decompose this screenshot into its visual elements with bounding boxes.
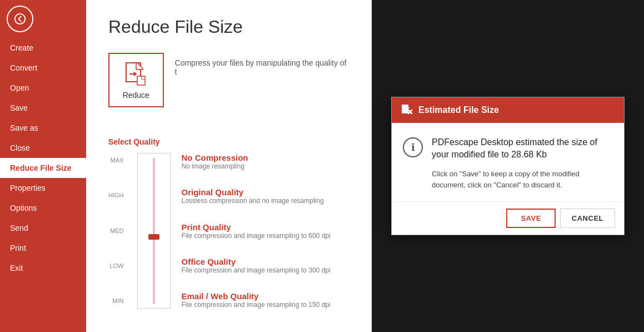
select-quality-label: Select Quality	[108, 137, 350, 146]
sidebar-item-close[interactable]: Close	[0, 138, 86, 158]
svg-point-0	[15, 14, 25, 24]
file-size-icon	[401, 104, 413, 116]
modal-text-area: PDFescape Desktop estimated the size of …	[432, 136, 613, 191]
modal-header-title: Estimated File Size	[418, 105, 499, 115]
sidebar-item-convert[interactable]: Convert	[0, 58, 86, 78]
slider-label-min: MIN	[108, 298, 124, 304]
sidebar: Create Convert Open Save Save as Close R…	[0, 0, 86, 332]
quality-description-area: Reduce Compress your files by manipulati…	[108, 53, 350, 121]
quality-card-description: Compress your files by manipulating the …	[175, 53, 350, 76]
quality-entry-no-compression[interactable]: No Compression No image resampling	[182, 153, 331, 170]
quality-entry-desc-3: File compression and image resampling to…	[182, 266, 331, 274]
quality-entry-title-4: Email / Web Quality	[182, 291, 331, 301]
sidebar-item-reduce-file-size[interactable]: Reduce File Size	[0, 158, 86, 178]
quality-slider[interactable]	[137, 153, 171, 309]
quality-entry-print[interactable]: Print Quality File compression and image…	[182, 222, 331, 240]
slider-label-high: HIGH	[108, 192, 124, 199]
quality-entry-title-3: Office Quality	[182, 257, 331, 266]
quality-card[interactable]: Reduce	[108, 53, 164, 107]
quality-entry-desc-2: File compression and image resampling to…	[182, 232, 331, 240]
estimated-file-size-modal: Estimated File Size ℹ PDFescape Desktop …	[391, 97, 625, 236]
slider-label-low: LOW	[108, 263, 124, 269]
info-icon: ℹ	[403, 137, 423, 157]
slider-labels: MAX HIGH MED LOW MIN	[108, 153, 124, 309]
reduce-icon	[123, 61, 149, 87]
sidebar-item-save[interactable]: Save	[0, 98, 86, 118]
quality-entry-original[interactable]: Original Quality Lossless compression an…	[182, 187, 331, 205]
sidebar-item-create[interactable]: Create	[0, 38, 86, 58]
quality-entry-desc-0: No image resampling	[182, 162, 331, 170]
sidebar-item-open[interactable]: Open	[0, 78, 86, 98]
slider-thumb[interactable]	[148, 234, 159, 240]
cancel-button[interactable]: CANCEL	[560, 209, 615, 228]
quality-card-label: Reduce	[123, 91, 149, 100]
sidebar-item-send[interactable]: Send	[0, 218, 86, 238]
quality-slider-area: MAX HIGH MED LOW MIN No Compression No i…	[108, 153, 350, 309]
sidebar-item-save-as[interactable]: Save as	[0, 118, 86, 138]
modal-main-text: PDFescape Desktop estimated the size of …	[432, 136, 613, 161]
quality-entry-desc-4: File compression and image resampling to…	[182, 301, 331, 309]
slider-track	[153, 158, 155, 304]
modal-sub-text: Click on "Save" to keep a copy of the mo…	[432, 169, 613, 190]
save-button[interactable]: SAVE	[506, 209, 555, 228]
quality-entry-office[interactable]: Office Quality File compression and imag…	[182, 257, 331, 274]
sidebar-item-options[interactable]: Options	[0, 198, 86, 218]
slider-label-max: MAX	[108, 157, 124, 163]
page-title: Reduce File Size	[108, 17, 350, 37]
slider-label-med: MED	[108, 228, 124, 234]
sidebar-item-exit[interactable]: Exit	[0, 258, 86, 278]
svg-rect-4	[137, 76, 145, 85]
sidebar-item-print[interactable]: Print	[0, 238, 86, 258]
main-content: Reduce File Size Reduce Compress	[86, 0, 372, 332]
right-panel: Estimated File Size ℹ PDFescape Desktop …	[372, 0, 644, 332]
modal-body: ℹ PDFescape Desktop estimated the size o…	[392, 123, 624, 202]
quality-entry-title-2: Print Quality	[182, 222, 331, 232]
quality-entry-title-1: Original Quality	[182, 187, 331, 197]
back-button[interactable]	[7, 6, 33, 32]
modal-footer: SAVE CANCEL	[392, 201, 624, 235]
quality-entry-title-0: No Compression	[182, 153, 331, 162]
quality-entry-email[interactable]: Email / Web Quality File compression and…	[182, 291, 331, 309]
modal-header: Estimated File Size	[392, 97, 624, 123]
quality-list: No Compression No image resampling Origi…	[182, 153, 331, 309]
quality-entry-desc-1: Lossless compression and no image resamp…	[182, 197, 331, 205]
sidebar-item-properties[interactable]: Properties	[0, 178, 86, 198]
